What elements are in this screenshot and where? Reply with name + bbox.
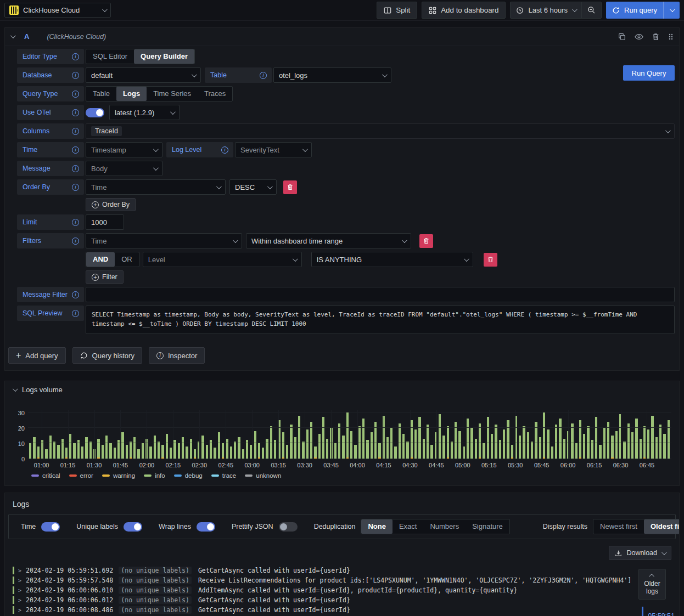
expand-row-icon[interactable]: > xyxy=(18,587,21,594)
info-icon[interactable] xyxy=(72,53,79,60)
collapse-chevron-icon[interactable] xyxy=(13,386,18,392)
limit-input[interactable] xyxy=(86,214,124,230)
log-row[interactable]: >2024-02-19 06:00:06.012(no unique label… xyxy=(13,595,679,605)
option-traces[interactable]: Traces xyxy=(198,87,232,101)
info-icon[interactable] xyxy=(72,238,79,245)
option-time-series[interactable]: Time Series xyxy=(147,87,198,101)
order-by-field-select[interactable]: Time xyxy=(86,179,226,195)
inspector-button[interactable]: Inspector xyxy=(149,347,205,364)
split-button[interactable]: Split xyxy=(377,2,417,19)
info-icon[interactable] xyxy=(72,165,79,172)
legend-item-info[interactable]: info xyxy=(144,472,165,479)
filter-field-select[interactable]: Time xyxy=(86,233,242,248)
info-icon[interactable] xyxy=(72,291,79,298)
info-icon[interactable] xyxy=(72,91,79,98)
collapse-chevron-icon[interactable] xyxy=(10,33,16,38)
table-select[interactable]: otel_logs xyxy=(273,67,391,83)
log-row[interactable]: >2024-02-19 06:00:06.010(no unique label… xyxy=(13,585,679,595)
scroll-position-bar[interactable] xyxy=(642,607,643,616)
datasource-picker[interactable]: ClickHouse Cloud xyxy=(4,3,111,18)
run-query-options-button[interactable] xyxy=(664,2,680,19)
use-otel-toggle[interactable] xyxy=(86,108,104,117)
legend-item-warning[interactable]: warning xyxy=(102,472,135,479)
info-icon[interactable] xyxy=(72,184,79,191)
log-level-select[interactable]: SeverityText xyxy=(235,142,312,157)
columns-multiselect[interactable]: TraceId xyxy=(86,123,675,139)
log-row[interactable]: >2024-02-19 05:59:57.548(no unique label… xyxy=(13,575,679,585)
add-order-by-button[interactable]: Order By xyxy=(86,198,136,211)
message-column-select[interactable]: Body xyxy=(86,161,162,176)
otel-version-select[interactable]: latest (1.2.9) xyxy=(109,105,180,120)
query-history-button[interactable]: Query history xyxy=(72,347,142,364)
column-chip[interactable]: TraceId xyxy=(91,126,122,136)
option-numbers[interactable]: Numbers xyxy=(423,519,466,534)
expand-row-icon[interactable]: > xyxy=(18,568,21,574)
query-datasource-hint: (ClickHouse Cloud) xyxy=(47,33,106,41)
option-table[interactable]: Table xyxy=(86,87,116,101)
volume-bar xyxy=(571,423,573,459)
legend-item-trace[interactable]: trace xyxy=(211,472,237,479)
volume-bar xyxy=(182,437,184,459)
legend-item-error[interactable]: error xyxy=(69,472,93,479)
remove-order-by-button[interactable] xyxy=(283,180,297,194)
filter-condition-field-select[interactable]: Level xyxy=(143,252,302,267)
info-icon[interactable] xyxy=(72,310,79,317)
add-query-button[interactable]: + Add query xyxy=(8,347,66,364)
wrap-lines-switch[interactable] xyxy=(197,522,215,532)
legend-item-unknown[interactable]: unknown xyxy=(245,472,281,479)
older-logs-button[interactable]: Older logs xyxy=(638,569,666,600)
prettify-json-switch[interactable] xyxy=(279,522,298,532)
add-to-dashboard-button[interactable]: Add to dashboard xyxy=(422,2,506,19)
unique-labels-switch[interactable] xyxy=(124,522,142,532)
option-oldest-first[interactable]: Oldest first xyxy=(644,519,680,534)
run-query-editor-button[interactable]: Run Query xyxy=(623,65,675,81)
filter-operator-select[interactable]: Within dashboard time range xyxy=(246,233,411,248)
info-icon[interactable] xyxy=(72,72,79,79)
info-icon[interactable] xyxy=(221,146,228,154)
info-icon[interactable] xyxy=(260,72,267,79)
time-range-picker[interactable]: Last 6 hours xyxy=(511,2,581,18)
option-none[interactable]: None xyxy=(361,519,393,534)
volume-bar xyxy=(49,436,52,459)
option-newest-first[interactable]: Newest first xyxy=(593,519,644,534)
option-exact[interactable]: Exact xyxy=(393,519,424,534)
order-by-direction-select[interactable]: DESC xyxy=(229,179,277,195)
option-query-builder[interactable]: Query Builder xyxy=(134,49,194,64)
duplicate-query-button[interactable] xyxy=(618,33,626,41)
info-icon[interactable] xyxy=(72,109,79,116)
info-icon[interactable] xyxy=(72,146,79,154)
time-switch[interactable] xyxy=(41,522,60,532)
volume-bar xyxy=(583,434,585,459)
option-sql-editor[interactable]: SQL Editor xyxy=(86,49,134,64)
remove-filter-button[interactable] xyxy=(419,234,433,248)
message-filter-input[interactable] xyxy=(86,287,675,302)
time-column-select[interactable]: Timestamp xyxy=(86,142,162,157)
database-select[interactable]: default xyxy=(86,67,201,83)
info-icon[interactable] xyxy=(72,128,79,135)
run-query-button[interactable]: Run query xyxy=(606,2,663,19)
expand-row-icon[interactable]: > xyxy=(18,607,21,613)
drag-handle[interactable] xyxy=(668,33,674,41)
hide-response-button[interactable] xyxy=(635,33,643,41)
option-or[interactable]: OR xyxy=(115,252,139,267)
remove-query-button[interactable] xyxy=(652,33,659,41)
info-icon[interactable] xyxy=(72,219,79,226)
expand-row-icon[interactable]: > xyxy=(18,578,21,584)
download-button[interactable]: Download xyxy=(609,546,671,560)
volume-bar xyxy=(133,437,136,459)
log-row[interactable]: >2024-02-19 05:59:51.692(no unique label… xyxy=(13,566,679,575)
info-icon xyxy=(156,352,164,359)
option-logs[interactable]: Logs xyxy=(116,87,147,101)
volume-bar xyxy=(647,429,649,459)
legend-item-debug[interactable]: debug xyxy=(174,472,203,479)
remove-condition-button[interactable] xyxy=(484,253,497,267)
option-signature[interactable]: Signature xyxy=(466,519,509,534)
query-row-header[interactable]: A (ClickHouse Cloud) xyxy=(5,28,679,46)
option-and[interactable]: AND xyxy=(86,252,115,267)
expand-row-icon[interactable]: > xyxy=(18,597,21,603)
add-filter-button[interactable]: Filter xyxy=(86,270,124,284)
zoom-out-button[interactable] xyxy=(582,2,601,18)
filter-condition-operator-select[interactable]: IS ANYTHING xyxy=(311,252,473,267)
legend-item-critical[interactable]: critical xyxy=(31,472,60,479)
log-row[interactable]: >2024-02-19 06:00:08.486(no unique label… xyxy=(13,605,679,615)
